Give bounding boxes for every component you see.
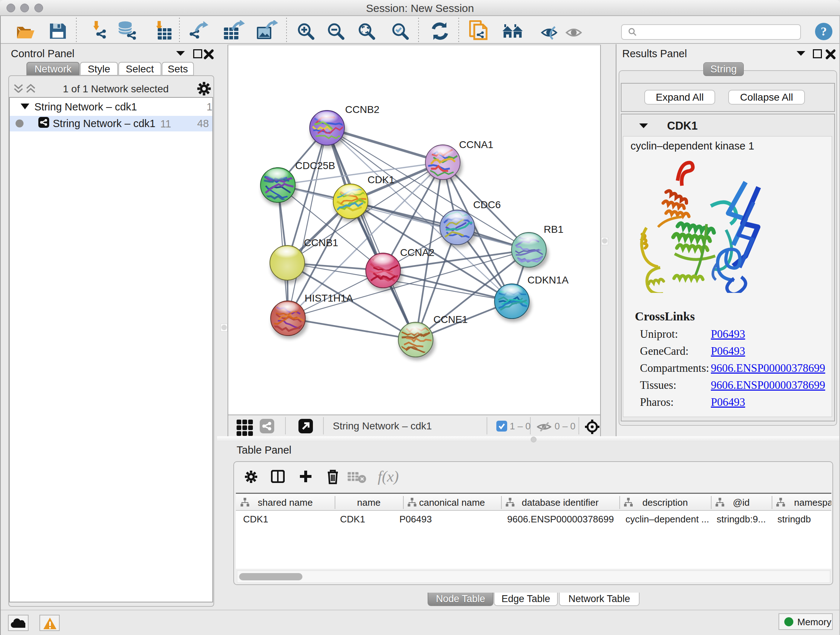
svg-text:CDC25B: CDC25B bbox=[295, 160, 335, 171]
svg-text:CCNA2: CCNA2 bbox=[400, 247, 434, 258]
svg-text:CCNB1: CCNB1 bbox=[304, 237, 338, 249]
svg-text:CCNE1: CCNE1 bbox=[433, 314, 468, 325]
svg-text:CDKN1A: CDKN1A bbox=[527, 274, 569, 286]
svg-text:CCNB2: CCNB2 bbox=[345, 104, 379, 115]
svg-text:HIST1H1A: HIST1H1A bbox=[305, 293, 353, 304]
svg-text:CDC6: CDC6 bbox=[473, 199, 501, 211]
svg-text:?: ? bbox=[821, 25, 827, 38]
svg-text:RB1: RB1 bbox=[544, 224, 563, 235]
svg-text:CDK1: CDK1 bbox=[368, 174, 395, 185]
svg-text:CCNA1: CCNA1 bbox=[459, 139, 493, 150]
